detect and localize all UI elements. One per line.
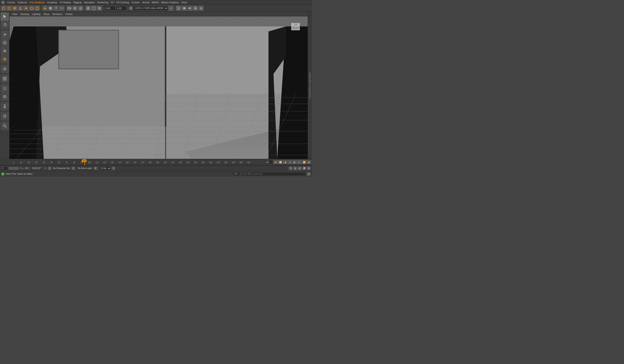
timeline-ruler[interactable]: 166 0 10 20 30 40 50 60 70 80 90 100 110… — [0, 159, 312, 165]
cube-btn[interactable] — [6, 6, 12, 11]
menu-fx[interactable]: FX — [110, 1, 115, 4]
point-snap-btn[interactable] — [1, 93, 9, 101]
svg-rect-34 — [188, 8, 191, 9]
search-btn[interactable] — [1, 122, 9, 130]
camera2-btn[interactable] — [72, 6, 78, 11]
tick-150: 150 — [124, 161, 131, 165]
menu-surfaces[interactable]: Surfaces — [16, 1, 28, 4]
soft-mod-btn[interactable] — [1, 65, 9, 73]
star-btn[interactable] — [42, 6, 48, 11]
layer-btn[interactable] — [187, 6, 192, 11]
torus-btn[interactable] — [23, 6, 29, 11]
misc-btn[interactable] — [35, 6, 40, 11]
sphere-btn[interactable] — [1, 6, 6, 11]
char-dropdown[interactable]: ▼ — [48, 167, 51, 170]
menu-xgen[interactable]: XGen — [180, 1, 189, 4]
orientation-cube[interactable]: TOP FRONT — [290, 23, 301, 34]
next-frame-btn[interactable]: ▷ — [297, 160, 302, 164]
move-tool-btn[interactable] — [1, 30, 9, 38]
menu-curves[interactable]: Curves — [6, 1, 16, 4]
svg-btn[interactable]: SVG — [59, 6, 64, 11]
vp-grid-btn[interactable] — [86, 6, 91, 11]
go-to-end-btn[interactable]: ⏭ — [307, 160, 311, 164]
anim-layer-button[interactable]: No Anim Layer — [77, 167, 93, 169]
right-panel-strip[interactable]: Channel Box / Layer Editor — [308, 12, 312, 159]
menu-mash[interactable]: MASH — [151, 1, 160, 4]
scale-tool-btn[interactable] — [1, 47, 9, 55]
timeline-playhead[interactable]: 166 — [84, 159, 85, 165]
show-menu[interactable]: Show — [42, 12, 51, 16]
view-menu[interactable]: View — [11, 12, 19, 16]
prev-keyframe-btn[interactable]: ⏪ — [278, 160, 283, 164]
current-frame-input[interactable] — [264, 160, 273, 164]
paint-btn[interactable] — [1, 103, 9, 110]
menu-poly-modeling[interactable]: Poly Modeling — [28, 1, 46, 4]
viewport-canvas[interactable]: X Y Z persp M AYA TOP FRONT — [9, 16, 308, 159]
grid-snap-btn[interactable] — [1, 84, 9, 92]
svg-point-80 — [3, 124, 5, 127]
graph-btn[interactable] — [193, 6, 198, 11]
play-fwd-btn[interactable]: ▶ — [292, 160, 297, 164]
next-keyframe-btn[interactable]: ⏩ — [302, 160, 306, 164]
menu-uv-editing[interactable]: UV Editing — [58, 1, 72, 4]
lasso-tool-btn[interactable] — [1, 21, 9, 29]
vp-single-btn[interactable] — [91, 6, 96, 11]
color-profile-dropdown[interactable]: ACES 1.0 SDR-video (sRGB) — [133, 6, 168, 10]
anim-layer-dropdown[interactable]: ▼ — [94, 167, 97, 170]
universal-manip-btn[interactable] — [1, 55, 9, 63]
select-tool-btn[interactable] — [1, 13, 9, 20]
svg-point-65 — [4, 87, 5, 88]
plane-btn[interactable] — [29, 6, 34, 11]
svg-marker-47 — [3, 34, 4, 35]
tick-250: 250 — [199, 161, 207, 165]
prev-frame-btn[interactable]: ◀ — [283, 160, 287, 164]
menu-motion-graphics[interactable]: Motion Graphics — [160, 1, 180, 4]
renderer-menu[interactable]: Renderer — [51, 12, 64, 16]
timeline-settings-btn[interactable]: ⊞ — [293, 166, 297, 170]
menu-fx-caching[interactable]: FX Caching — [115, 1, 130, 4]
fps-dropdown[interactable]: ▼ — [112, 167, 115, 170]
go-to-start-btn[interactable]: ⏮ — [273, 160, 278, 164]
sound-btn[interactable]: 🔊 — [298, 166, 302, 170]
vp-shaded-btn[interactable] — [97, 6, 102, 11]
svg-rect-76 — [4, 107, 5, 108]
color-profile-expand[interactable]: ▼ — [168, 6, 174, 11]
show-manips-btn[interactable] — [1, 75, 9, 82]
autokey-btn[interactable]: ⚙ — [307, 166, 311, 170]
ring-btn[interactable] — [48, 6, 53, 11]
menu-sculpting[interactable]: Sculpting — [46, 1, 58, 4]
current-frame-field[interactable] — [1, 166, 8, 170]
text-btn[interactable]: T — [53, 6, 59, 11]
viewport[interactable]: View Shading Lighting Show Renderer Pane… — [9, 12, 308, 159]
svg-point-74 — [4, 96, 5, 97]
menu-arnold[interactable]: Arnold — [141, 1, 151, 4]
camera-value-input[interactable] — [104, 6, 115, 10]
command-input[interactable] — [241, 172, 306, 176]
menu-animation[interactable]: Animation — [83, 1, 96, 4]
volume-btn[interactable]: 📢 — [302, 166, 306, 170]
cylinder-btn[interactable] — [12, 6, 17, 11]
script-editor-btn[interactable]: ⊟ — [307, 172, 311, 176]
char-set-dropdown[interactable]: ▼ — [72, 167, 75, 170]
star2-btn[interactable] — [78, 6, 83, 11]
shading-menu[interactable]: Shading — [19, 12, 30, 16]
svg-rect-93 — [59, 30, 119, 69]
play-back-btn[interactable]: ◁ — [288, 160, 292, 164]
bottom-toolbar: 0 — 315 6182.62* 🚶 ▼ No Character Set ▼ … — [0, 165, 312, 171]
char-set-button[interactable]: No Character Set — [52, 167, 71, 169]
settings-btn[interactable] — [199, 6, 204, 11]
lighting-menu[interactable]: Lighting — [31, 12, 42, 16]
outliner-btn[interactable] — [1, 112, 9, 120]
menu-rigging[interactable]: Rigging — [72, 1, 83, 4]
scale-value-input[interactable] — [116, 6, 127, 10]
panels-menu[interactable]: Panels — [64, 12, 74, 16]
render-all-btn[interactable] — [182, 6, 187, 11]
menu-custom[interactable]: Custom — [130, 1, 141, 4]
playback-speed-btn[interactable]: 🔧 — [289, 166, 292, 170]
rotate-tool-btn[interactable] — [1, 39, 9, 47]
camera-btn[interactable] — [67, 6, 72, 11]
cone-btn[interactable] — [18, 6, 23, 11]
render-region-btn[interactable] — [176, 6, 181, 11]
fps-select[interactable]: 24 fps — [99, 166, 111, 170]
menu-rendering[interactable]: Rendering — [96, 1, 110, 4]
